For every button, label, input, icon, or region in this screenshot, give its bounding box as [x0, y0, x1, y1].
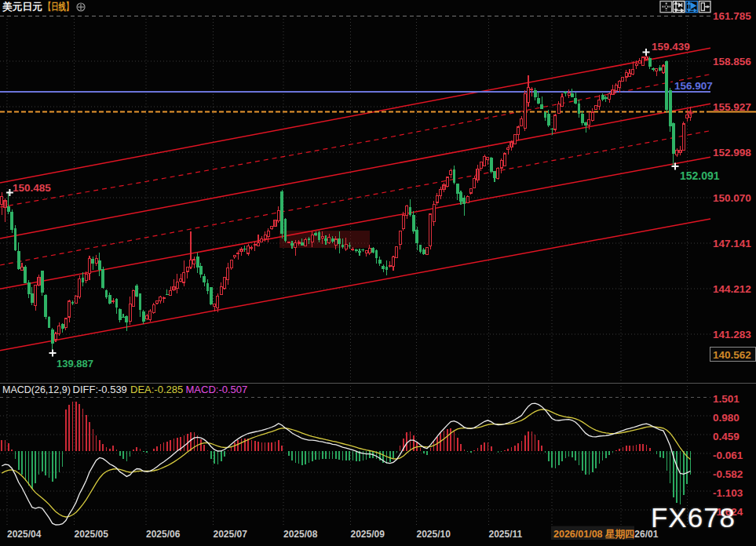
svg-text:140.562: 140.562: [713, 349, 751, 361]
svg-text:2025/06: 2025/06: [146, 529, 181, 540]
svg-text:152.091: 152.091: [680, 169, 720, 182]
svg-text:2026/01/08 星期四: 2026/01/08 星期四: [553, 529, 635, 540]
svg-text:【日线】: 【日线】: [44, 1, 73, 13]
svg-text:DIFF:-0.539: DIFF:-0.539: [73, 384, 127, 395]
svg-text:FX678: FX678: [651, 502, 736, 533]
svg-text:DEA:-0.285: DEA:-0.285: [130, 384, 183, 395]
svg-text:2025/04: 2025/04: [7, 529, 42, 540]
svg-text:MACD:-0.507: MACD:-0.507: [186, 384, 248, 395]
svg-text:美元日元: 美元日元: [2, 1, 42, 13]
svg-text:MACD(26,12,9): MACD(26,12,9): [2, 384, 71, 395]
svg-text:2025/05: 2025/05: [75, 529, 109, 540]
svg-text:150.070: 150.070: [713, 192, 751, 204]
svg-text:-0.061: -0.061: [713, 450, 743, 461]
svg-text:2025/10: 2025/10: [417, 529, 451, 540]
svg-text:158.856: 158.856: [713, 56, 751, 67]
svg-text:147.141: 147.141: [713, 238, 751, 249]
svg-text:144.212: 144.212: [713, 283, 751, 295]
svg-text:2025/09: 2025/09: [351, 529, 385, 540]
svg-text:-1.103: -1.103: [713, 487, 743, 499]
svg-text:0.459: 0.459: [713, 431, 740, 442]
svg-text:155.927: 155.927: [713, 101, 751, 113]
svg-text:152.998: 152.998: [713, 147, 751, 158]
svg-text:139.887: 139.887: [57, 358, 93, 369]
svg-text:2025/08: 2025/08: [283, 529, 318, 540]
svg-text:141.283: 141.283: [713, 329, 751, 340]
svg-text:2025/11: 2025/11: [489, 529, 523, 540]
svg-text:2025/07: 2025/07: [214, 529, 248, 540]
svg-text:0.980: 0.980: [713, 412, 740, 424]
svg-text:150.485: 150.485: [13, 182, 51, 194]
svg-text:159.439: 159.439: [652, 41, 690, 53]
svg-text:161.785: 161.785: [713, 10, 751, 22]
svg-text:-0.582: -0.582: [713, 468, 743, 480]
svg-text:156.907: 156.907: [674, 80, 713, 92]
svg-text:1.501: 1.501: [713, 393, 740, 405]
